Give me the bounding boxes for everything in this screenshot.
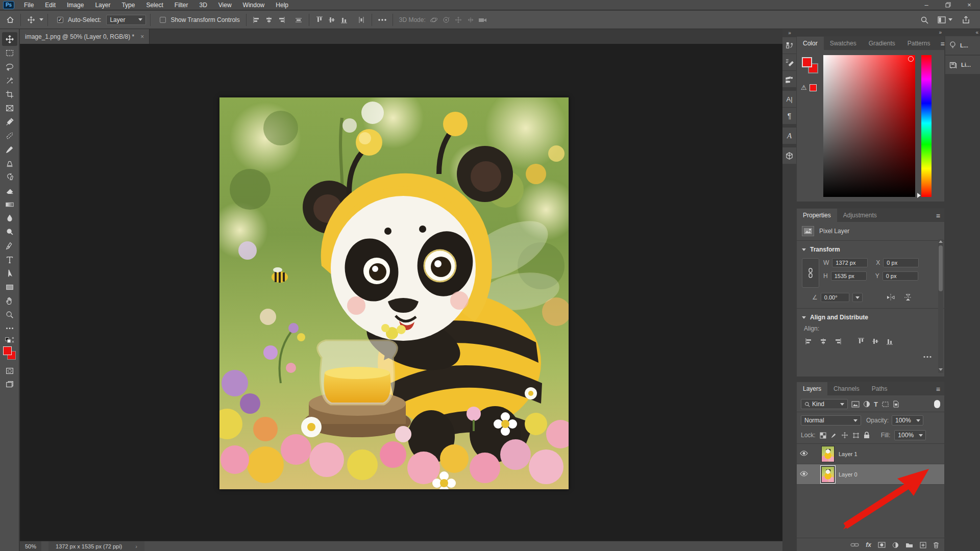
tab-layers[interactable]: Layers bbox=[797, 382, 827, 395]
expand-panels-button[interactable]: » bbox=[939, 29, 941, 37]
tool-quick-selection[interactable] bbox=[2, 73, 17, 87]
tab-properties[interactable]: Properties bbox=[797, 209, 837, 222]
fill-field[interactable]: 100% bbox=[894, 430, 926, 440]
align-left-edges-button[interactable] bbox=[251, 13, 263, 27]
tab-gradients[interactable]: Gradients bbox=[863, 37, 901, 50]
tool-pen[interactable] bbox=[2, 239, 17, 253]
menu-file[interactable]: File bbox=[18, 1, 39, 10]
delete-layer-icon[interactable] bbox=[933, 542, 939, 548]
height-field[interactable]: 1535 px bbox=[831, 271, 867, 281]
brush-settings-panel-button[interactable] bbox=[782, 54, 796, 71]
menu-help[interactable]: Help bbox=[270, 1, 294, 10]
tool-frame[interactable] bbox=[2, 101, 17, 115]
filter-smart-objects-icon[interactable] bbox=[893, 400, 899, 408]
properties-panel-menu-icon[interactable]: ≡ bbox=[932, 210, 944, 222]
tool-rectangle[interactable] bbox=[2, 280, 17, 294]
auto-select-dropdown[interactable]: Layer bbox=[106, 15, 146, 25]
align-more-button[interactable] bbox=[923, 356, 932, 358]
tool-zoom[interactable] bbox=[2, 308, 17, 321]
tool-gradient[interactable] bbox=[2, 197, 17, 211]
document-tab[interactable]: image_1.png @ 50% (Layer 0, RGB/8) * × bbox=[20, 29, 150, 44]
character-panel-button[interactable]: A| bbox=[782, 91, 796, 108]
flip-vertical-icon[interactable] bbox=[903, 293, 913, 302]
tab-color[interactable]: Color bbox=[797, 37, 824, 50]
color-swatches[interactable] bbox=[1, 346, 18, 364]
status-chevron-icon[interactable]: › bbox=[135, 543, 137, 549]
layers-panel-menu-icon[interactable]: ≡ bbox=[932, 383, 944, 395]
lock-pixels-icon[interactable] bbox=[830, 432, 837, 439]
props-align-top-button[interactable] bbox=[855, 336, 867, 346]
menu-edit[interactable]: Edit bbox=[39, 1, 61, 10]
quick-mask-button[interactable] bbox=[2, 364, 17, 378]
workspace-button[interactable] bbox=[938, 13, 952, 27]
width-field[interactable]: 1372 px bbox=[832, 258, 868, 267]
lock-position-icon[interactable] bbox=[841, 432, 848, 439]
layer0-visibility-toggle[interactable] bbox=[800, 471, 808, 478]
menu-type[interactable]: Type bbox=[116, 1, 140, 10]
filter-adjustment-layers-icon[interactable] bbox=[863, 400, 870, 408]
props-align-left-button[interactable] bbox=[803, 336, 815, 346]
collapse-dock-button[interactable]: » bbox=[788, 29, 791, 37]
restore-button[interactable] bbox=[937, 0, 959, 10]
opacity-field[interactable]: 100% bbox=[892, 415, 923, 425]
align-top-edges-button[interactable] bbox=[313, 13, 326, 27]
tab-channels[interactable]: Channels bbox=[827, 382, 866, 395]
filter-type-layers-icon[interactable]: T bbox=[874, 400, 878, 408]
layer-row-1[interactable]: Layer 1 bbox=[797, 444, 944, 464]
minimize-button[interactable]: – bbox=[916, 0, 937, 10]
tool-eraser[interactable] bbox=[2, 184, 17, 197]
filter-pixel-layers-icon[interactable] bbox=[851, 401, 860, 408]
tool-dodge[interactable] bbox=[2, 225, 17, 239]
rotation-field[interactable]: 0.00° bbox=[821, 293, 849, 302]
hue-slider-thumb[interactable] bbox=[917, 193, 921, 198]
tab-paths[interactable]: Paths bbox=[866, 382, 894, 395]
layer1-thumbnail[interactable] bbox=[821, 446, 835, 462]
3d-roll-button[interactable] bbox=[440, 13, 452, 27]
menu-select[interactable]: Select bbox=[140, 1, 168, 10]
canvas-area[interactable] bbox=[20, 44, 782, 541]
tool-preset-move[interactable] bbox=[25, 13, 37, 27]
show-transform-checkbox[interactable] bbox=[160, 17, 166, 23]
add-adjustment-icon[interactable] bbox=[892, 542, 899, 548]
layer0-thumbnail[interactable] bbox=[821, 466, 835, 483]
status-zoom-field[interactable]: 50% bbox=[20, 541, 41, 551]
link-layers-icon[interactable] bbox=[850, 542, 859, 547]
3d-pan-button[interactable] bbox=[452, 13, 464, 27]
gamut-warning-icon[interactable]: ⚠ bbox=[801, 84, 807, 91]
auto-select-checkbox[interactable]: ✓ bbox=[57, 17, 63, 23]
3d-orbit-button[interactable] bbox=[428, 13, 440, 27]
status-document-info[interactable]: 1372 px x 1535 px (72 ppi) › bbox=[48, 541, 144, 551]
color-foreground-swatch[interactable] bbox=[802, 57, 812, 67]
new-group-icon[interactable] bbox=[905, 542, 913, 548]
layer-filter-toggle[interactable] bbox=[934, 400, 940, 408]
libraries-panel-button[interactable]: Li... bbox=[945, 56, 980, 74]
paragraph-panel-button[interactable]: ¶ bbox=[782, 108, 796, 124]
rotation-dropdown[interactable] bbox=[852, 293, 863, 302]
tool-clone-stamp[interactable] bbox=[2, 156, 17, 170]
layer0-name[interactable]: Layer 0 bbox=[839, 471, 857, 478]
tool-blur[interactable] bbox=[2, 211, 17, 225]
transform-collapse-icon[interactable] bbox=[802, 248, 806, 251]
close-button[interactable]: × bbox=[959, 0, 980, 10]
y-field[interactable]: 0 px bbox=[883, 271, 918, 281]
gamut-color-swatch[interactable] bbox=[810, 84, 817, 91]
props-align-vcenter-button[interactable] bbox=[869, 336, 881, 346]
new-layer-icon[interactable] bbox=[920, 542, 926, 548]
menu-filter[interactable]: Filter bbox=[169, 1, 194, 10]
menu-image[interactable]: Image bbox=[61, 1, 89, 10]
document-tab-close[interactable]: × bbox=[140, 33, 144, 40]
filter-shape-layers-icon[interactable] bbox=[881, 401, 889, 408]
layer1-visibility-toggle[interactable] bbox=[800, 450, 808, 458]
menu-layer[interactable]: Layer bbox=[89, 1, 116, 10]
history-panel-button[interactable] bbox=[782, 37, 796, 54]
lock-artboard-icon[interactable] bbox=[852, 432, 860, 439]
hue-slider[interactable] bbox=[921, 55, 932, 197]
x-field[interactable]: 0 px bbox=[883, 258, 919, 267]
search-button[interactable] bbox=[918, 13, 930, 27]
align-horizontal-centers-button[interactable] bbox=[263, 13, 275, 27]
tab-adjustments[interactable]: Adjustments bbox=[837, 209, 883, 222]
distribute-horizontal-button[interactable] bbox=[292, 13, 305, 27]
tab-patterns[interactable]: Patterns bbox=[901, 37, 937, 50]
layer1-name[interactable]: Layer 1 bbox=[839, 451, 857, 457]
tool-move[interactable] bbox=[2, 32, 17, 46]
